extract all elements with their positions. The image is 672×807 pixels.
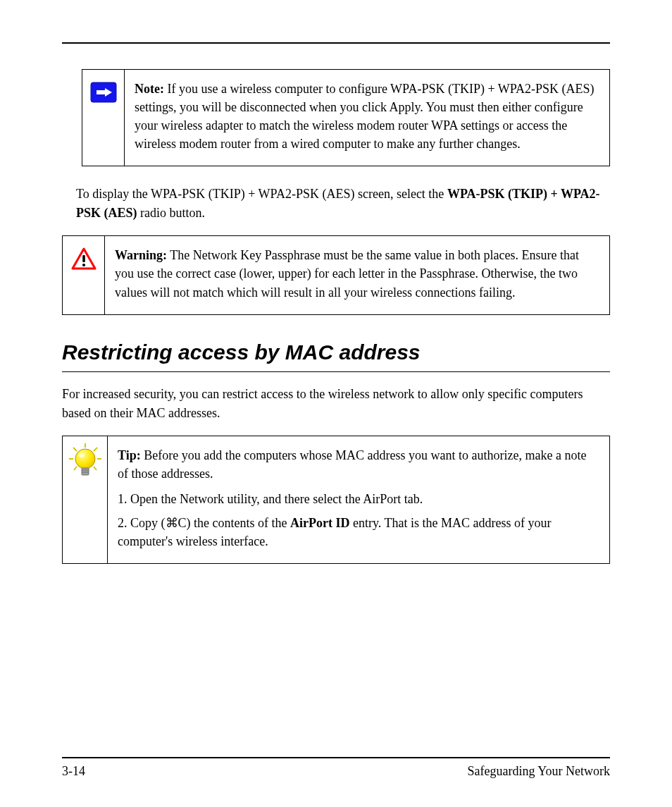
note-text-cell-3: Tip: Before you add the computers whose … bbox=[108, 436, 609, 563]
note3-step2: 2. Copy (⌘C) the contents of the AirPort… bbox=[118, 514, 599, 550]
note3-before: Before you add the computers whose MAC a… bbox=[118, 448, 587, 481]
note-icon-cell-1 bbox=[82, 70, 125, 166]
note-text-2: The Network Key Passphrase must be the s… bbox=[115, 248, 579, 299]
note3-step1: 1. Open the Network utility, and there s… bbox=[118, 490, 599, 508]
note-text-1: If you use a wireless computer to config… bbox=[135, 82, 595, 151]
svg-line-7 bbox=[94, 448, 97, 451]
para1-suffix: radio button. bbox=[137, 206, 206, 220]
section-title: Safeguarding Your Network bbox=[468, 764, 610, 779]
note-box-3: Tip: Before you add the computers whose … bbox=[62, 436, 610, 564]
footer-rule bbox=[62, 757, 610, 758]
page-container: Note: If you use a wireless computer to … bbox=[0, 0, 672, 807]
header-rule bbox=[62, 42, 610, 44]
note-text-cell-1: Note: If you use a wireless computer to … bbox=[125, 70, 609, 166]
note3-step2-bold: AirPort ID bbox=[290, 516, 349, 530]
svg-point-12 bbox=[75, 449, 95, 469]
note-icon-cell-3 bbox=[63, 436, 108, 563]
page-number: 3-14 bbox=[62, 764, 85, 779]
svg-line-6 bbox=[73, 448, 77, 451]
lightbulb-tip-icon bbox=[69, 443, 101, 479]
svg-point-4 bbox=[82, 264, 85, 266]
svg-point-13 bbox=[79, 453, 85, 457]
svg-line-10 bbox=[74, 467, 77, 470]
heading-rule bbox=[62, 371, 610, 372]
warning-icon bbox=[71, 247, 97, 270]
note-label-3: Tip: bbox=[118, 448, 141, 462]
page-footer: 3-14 Safeguarding Your Network bbox=[62, 757, 610, 779]
svg-rect-3 bbox=[82, 255, 85, 262]
footer-row: 3-14 Safeguarding Your Network bbox=[62, 764, 610, 779]
svg-line-11 bbox=[94, 467, 97, 470]
note-box-1: Note: If you use a wireless computer to … bbox=[82, 69, 610, 166]
paragraph-1: To display the WPA-PSK (TKIP) + WPA2-PSK… bbox=[76, 185, 610, 223]
svg-rect-2 bbox=[97, 90, 105, 94]
note-text-cell-2: Warning: The Network Key Passphrase must… bbox=[105, 236, 609, 314]
note-icon-cell-2 bbox=[63, 236, 105, 314]
note-label-1: Note: bbox=[135, 82, 164, 96]
para1-prefix: To display the WPA-PSK (TKIP) + WPA2-PSK… bbox=[76, 187, 447, 201]
section-heading: Restricting access by MAC address bbox=[62, 340, 610, 364]
note3-step2-prefix: 2. Copy (⌘C) the contents of the bbox=[118, 516, 290, 530]
note-box-2: Warning: The Network Key Passphrase must… bbox=[62, 235, 610, 314]
note-label-2: Warning: bbox=[115, 248, 167, 262]
arrow-note-icon bbox=[89, 81, 118, 104]
paragraph-2: For increased security, you can restrict… bbox=[62, 385, 610, 423]
svg-rect-14 bbox=[82, 468, 89, 475]
